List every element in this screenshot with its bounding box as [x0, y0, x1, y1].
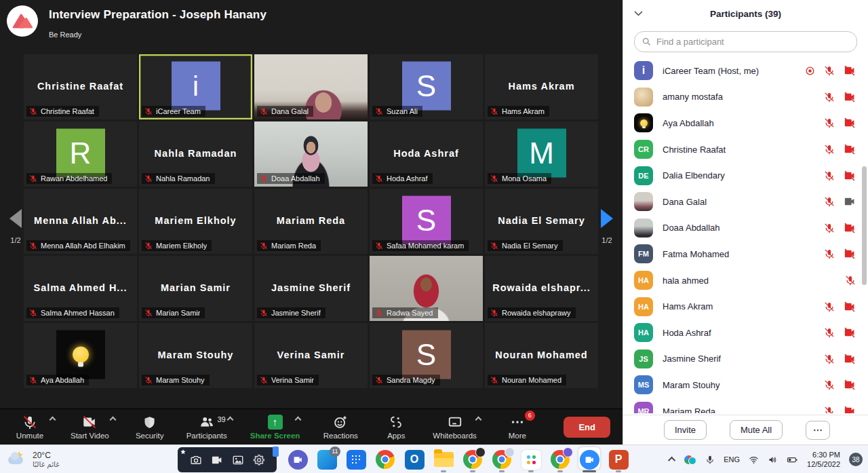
language-indicator[interactable]: ENG	[724, 455, 740, 463]
participant-row-christine-raafat[interactable]: CRChristine Raafat	[623, 136, 868, 163]
taskbar-app-chrome[interactable]	[374, 447, 396, 472]
video-tile-suzan-ali[interactable]: SSuzan Ali	[370, 54, 483, 119]
next-page-arrow-icon[interactable]	[601, 209, 613, 228]
toolbar-share-screen-button[interactable]: ↑Share Screen	[250, 415, 300, 440]
video-tile-nadia-el-semary[interactable]: Nadia El SemaryNadia El Semary	[485, 189, 598, 254]
previous-page-arrow-icon[interactable]	[9, 209, 22, 228]
mic-muted-icon	[845, 275, 856, 286]
video-tile-menna-allah-abd-elhakim[interactable]: Menna Allah Ab...Menna Allah Abd Elhakim	[24, 189, 137, 254]
end-meeting-button[interactable]: End	[564, 417, 610, 438]
video-tile-mariem-elkholy[interactable]: Mariem ElkholyMariem Elkholy	[139, 189, 252, 254]
tile-name-text: Aya Abdallah	[41, 376, 84, 384]
taskbar-app-chrome-profile-2[interactable]	[491, 447, 513, 472]
notification-count-badge[interactable]: 38	[849, 453, 863, 466]
participant-row-dana-galal[interactable]: Dana Galal	[623, 189, 868, 215]
video-tile-nahla-ramadan[interactable]: Nahla RamadanNahla Ramadan	[139, 121, 252, 187]
video-tile-icareer-team[interactable]: iiCareer Team	[139, 54, 252, 119]
taskbar-app-mail[interactable]: 11	[316, 447, 338, 472]
participant-row-amany-mostafa[interactable]: amany mostafa	[623, 84, 868, 111]
video-tile-hoda-ashraf[interactable]: Hoda AshrafHoda Ashraf	[370, 121, 483, 187]
taskbar-app-chat-app[interactable]	[287, 447, 309, 472]
toolbar-participants-button[interactable]: 39Participants	[186, 415, 227, 440]
participant-row-maram-stouhy[interactable]: MSMaram Stouhy	[623, 372, 868, 398]
video-tile-mariam-reda[interactable]: Mariam RedaMariam Reda	[254, 189, 368, 254]
mic-muted-icon	[260, 174, 268, 183]
photocam-icon[interactable]	[190, 454, 202, 466]
video-tile-mona-osama[interactable]: MMona Osama	[485, 121, 598, 187]
participant-status-icons	[824, 405, 856, 413]
running-indicator	[528, 470, 534, 472]
toolbar-reactions-button[interactable]: Reactions	[321, 415, 359, 440]
mute-all-button[interactable]: Mute All	[730, 420, 783, 440]
participant-row-mariam-reda[interactable]: MRMariam Reda	[623, 398, 868, 413]
mic-muted-icon	[29, 107, 37, 115]
participant-row-doaa-abdallah[interactable]: Doaa Abdallah	[623, 215, 868, 242]
panel-more-options-button[interactable]	[806, 421, 830, 440]
chevron-up-icon[interactable]	[294, 416, 301, 423]
participant-row-aya-abdallah[interactable]: Aya Abdallah	[623, 110, 868, 136]
toolbar-security-button[interactable]: Security	[131, 415, 169, 440]
video-tile-radwa-sayed[interactable]: Radwa Sayed	[370, 256, 483, 321]
battery-icon[interactable]	[787, 454, 798, 466]
participant-row-jasmine-sherif[interactable]: JSJasmine Sherif	[623, 346, 868, 373]
toolbar-apps-button[interactable]: Apps	[377, 415, 415, 440]
video-tile-safaa-mohamed-karam[interactable]: SSafaa Mohamed karam	[370, 189, 483, 254]
participant-row-hams-akram[interactable]: HAHams Akram	[623, 293, 868, 320]
taskbar-app-slack[interactable]	[520, 447, 542, 472]
toolbar-unmute-button[interactable]: Unmute	[11, 415, 49, 440]
toolbar-start-video-button[interactable]: Start Video	[71, 415, 109, 440]
chevron-up-icon[interactable]	[226, 416, 233, 423]
taskbar-app-chrome-profile-3[interactable]	[549, 447, 571, 472]
participant-row-icareer-team-host-me[interactable]: iiCareer Team (Host, me)	[623, 58, 868, 84]
tray-overflow-chevron-icon[interactable]	[668, 457, 675, 464]
participant-status-icons	[824, 117, 856, 129]
wifi-icon[interactable]	[749, 455, 759, 465]
taskbar-app-zoom[interactable]	[578, 447, 600, 472]
chevron-up-icon[interactable]	[110, 416, 117, 423]
taskbar-app-chrome-profile-1[interactable]	[462, 447, 484, 472]
video-tile-salma-ahmed-hassan[interactable]: Salma Ahmed H...Salma Ahmed Hassan	[24, 256, 137, 321]
taskbar-app-powerpoint[interactable]: P	[608, 447, 629, 472]
camera-off-icon	[844, 248, 856, 260]
panel-collapse-chevron-icon[interactable]	[634, 7, 643, 16]
video-tile-jasmine-sherif[interactable]: Jasmine SherifJasmine Sherif	[254, 256, 368, 321]
avatar	[634, 113, 653, 132]
video-tile-sandra-magdy[interactable]: SSandra Magdy	[370, 323, 483, 388]
taskbar-app-calendar[interactable]	[345, 447, 367, 472]
participant-row-dalia-elbendary[interactable]: DEDalia Elbendary	[623, 162, 868, 189]
video-tile-christine-raafat[interactable]: Christine RaafatChristine Raafat	[24, 54, 137, 119]
video-tile-aya-abdallah[interactable]: Aya Abdallah	[24, 323, 137, 388]
participant-row-fatma-mohamed[interactable]: FMFatma Mohamed	[623, 241, 868, 267]
clock[interactable]: 6:30 PM 12/5/2022	[807, 450, 840, 470]
microphone-tray-icon[interactable]	[705, 455, 715, 464]
chevron-up-icon[interactable]	[475, 416, 481, 423]
video-tile-maram-stouhy[interactable]: Maram StouhyMaram Stouhy	[139, 323, 252, 388]
chevron-up-icon[interactable]	[50, 416, 56, 423]
find-participant-input[interactable]	[634, 31, 857, 52]
avatar: HA	[634, 297, 653, 316]
image-icon[interactable]	[232, 454, 244, 466]
gear-icon[interactable]	[253, 454, 265, 466]
video-tile-rowaida-elshaprawy[interactable]: Rowaida elshapr...Rowaida elshaprawy	[485, 256, 598, 321]
tile-display-name: Nouran Mohamed	[485, 349, 598, 360]
invite-button[interactable]: Invite	[664, 420, 707, 440]
capture-toolbar-tab[interactable]	[273, 447, 279, 457]
toolbar-more-button[interactable]: 6More	[498, 415, 536, 440]
video-tile-rawan-abdelhamed[interactable]: RRawan Abdelhamed	[24, 121, 137, 187]
taskbar-app-file-explorer[interactable]	[433, 447, 454, 472]
toolbar-whiteboards-button[interactable]: Whiteboards	[433, 415, 477, 440]
video-tile-marian-samir[interactable]: Marian SamirMarian Samir	[139, 256, 252, 321]
onedrive-icon[interactable]	[684, 454, 696, 465]
video-tile-hams-akram[interactable]: Hams AkramHams Akram	[485, 54, 598, 119]
video-tile-doaa-abdallah[interactable]: Doaa Abdallah	[254, 121, 368, 187]
taskbar-app-outlook[interactable]: O	[403, 447, 425, 472]
participant-row-hoda-ashraf[interactable]: HAHoda Ashraf	[623, 320, 868, 346]
video-tile-dana-galal[interactable]: Dana Galal	[254, 54, 368, 119]
videocam-icon[interactable]	[211, 454, 223, 466]
weather-widget[interactable]: 20°C غائم غالبًا	[0, 451, 60, 468]
participant-row-hala-ahmed[interactable]: HAhala ahmed	[623, 267, 868, 294]
panel-scrollbar[interactable]	[862, 166, 867, 285]
video-tile-verina-samir[interactable]: Verina SamirVerina Samir	[254, 323, 368, 388]
video-tile-nouran-mohamed[interactable]: Nouran MohamedNouran Mohamed	[485, 323, 598, 388]
volume-icon[interactable]	[768, 455, 778, 465]
